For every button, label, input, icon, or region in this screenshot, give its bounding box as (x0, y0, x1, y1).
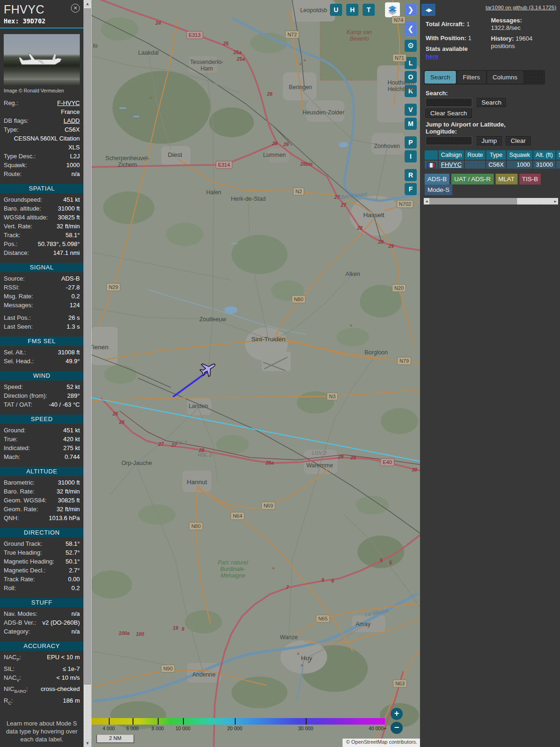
map-button-H[interactable]: H (346, 4, 358, 16)
data-row: Mach:0.744 (4, 452, 80, 461)
data-row: True Heading:52.7° (4, 548, 80, 557)
column-header-Squawk[interactable]: Squawk (507, 150, 532, 160)
data-value: 1000 (30, 161, 80, 169)
map-button-O[interactable]: O (405, 71, 417, 83)
data-value: n/a (40, 609, 80, 618)
data-row: Speed:52 kt (4, 382, 80, 391)
jump-input[interactable] (426, 136, 472, 145)
tab-filters[interactable]: Filters (457, 71, 486, 84)
history-positions: History: 19604 positions (491, 35, 557, 50)
column-header-Type[interactable]: Type (486, 150, 506, 160)
map-button-R[interactable]: R (405, 169, 417, 181)
scroll-up-icon[interactable]: ▲ (84, 0, 91, 7)
route-cell (465, 161, 485, 169)
data-row: Ground:451 kt (4, 426, 80, 435)
section-header-wind: WIND (0, 371, 84, 381)
osm-attribution[interactable]: © OpenStreetMap contributors. (343, 739, 420, 747)
map-button-F[interactable]: F (405, 183, 417, 195)
zoom-out-button[interactable]: − (391, 722, 403, 734)
filter-chip-mlat[interactable]: MLAT (496, 174, 518, 184)
map-button-L[interactable]: L (405, 57, 417, 69)
search-button[interactable]: Search (477, 98, 506, 107)
column-header-Callsign[interactable]: Callsign (439, 150, 464, 160)
data-row: Msg. Rate:0.2 (4, 292, 80, 301)
map-canvas[interactable]: UHT ❯ ❮ ⚙ LOKVMPIRF + − LeopoldsbloKamp … (91, 0, 420, 747)
data-value-link[interactable]: F-HVYC (21, 99, 80, 107)
map-button-P[interactable]: P (405, 136, 417, 148)
filter-chip-modes[interactable]: Mode-S (425, 184, 452, 195)
filter-chip-tisb[interactable]: TIS-B (519, 174, 541, 184)
sidebar-scrollbar[interactable]: ▲ ▼ (84, 0, 91, 747)
data-label: Geom. Rate: (4, 505, 38, 514)
expand-panel-icon[interactable]: ❯ (405, 4, 417, 16)
scroll-down-icon[interactable]: ▼ (84, 740, 91, 747)
altitude-legend (91, 718, 385, 725)
github-link[interactable]: tar1090 on github (3.14.1725) (485, 5, 556, 10)
data-label: Groundspeed: (4, 195, 42, 204)
section-rows: Groundspeed:451 ktBaro. altitude:31000 f… (0, 195, 84, 257)
data-value: 49.9° (36, 357, 80, 366)
data-label: Type: (4, 125, 19, 134)
map-button-M[interactable]: M (405, 118, 417, 130)
scroll-left-icon[interactable]: ◂ (424, 198, 429, 204)
section-header-accuracy: ACCURACY (0, 641, 84, 651)
data-row: Magnetic Heading:50.1° (4, 557, 80, 566)
layers-icon[interactable] (385, 2, 400, 17)
section-rows: Barometric:31000 ftBaro. Rate:32 ft/minG… (0, 478, 84, 522)
map-button-V[interactable]: V (405, 104, 417, 116)
callsign-cell[interactable]: FHVYC (439, 161, 464, 169)
map-button-I[interactable]: I (405, 150, 417, 162)
map-button-K[interactable]: K (405, 85, 417, 97)
data-value: -27.8 (22, 283, 80, 292)
section-rows: Source:ADS-BRSSI:-27.8Msg. Rate:0.2Messa… (0, 274, 84, 331)
panel-width-toggle-icon[interactable]: ◀▶ (421, 4, 435, 16)
tab-columns[interactable]: Columns (487, 71, 523, 84)
section-header-signal: SIGNAL (0, 263, 84, 272)
data-row: Geom. WGS84:30825 ft (4, 496, 80, 505)
scroll-right-icon[interactable]: ▸ (553, 198, 558, 204)
map-button-U[interactable]: U (330, 4, 342, 16)
data-value: 0.2 (36, 292, 80, 301)
data-row: Direction (from):289° (4, 391, 80, 400)
collapse-sidebar-icon[interactable]: ❮ (405, 21, 417, 36)
aircraft-photo[interactable] (4, 34, 80, 86)
data-value: 32 ft/min (41, 505, 80, 514)
data-row: Messages:124 (4, 301, 80, 310)
hscroll-thumb[interactable] (429, 198, 517, 204)
zoom-in-button[interactable]: + (391, 708, 403, 720)
table-row[interactable]: FHVYC C56X100031000 (425, 161, 560, 169)
data-label: Type Desc.: (4, 152, 36, 161)
data-row: SIL:≤ 1e-7 (4, 664, 80, 673)
data-label: Source: (4, 274, 25, 283)
stats-here-link[interactable]: here (426, 53, 438, 60)
clear-search-button[interactable]: Clear Search (426, 109, 472, 118)
filter-chip-adsb[interactable]: ADS-B (425, 174, 449, 184)
close-icon[interactable]: ✕ (71, 4, 80, 13)
aircraft-detail-sidebar: FHVYC ✕ Hex: 39D702 Image © Ronald Verme… (0, 0, 84, 747)
sidebar-scrollbar-thumb[interactable] (84, 8, 91, 684)
data-value: 58.1° (45, 539, 80, 548)
data-value-link[interactable]: LADD (31, 116, 80, 125)
data-label: Pos.: (4, 240, 18, 248)
aircraft-photo-plane (10, 47, 71, 73)
column-header-Route[interactable]: Route (465, 150, 485, 160)
section-header-direction: DIRECTION (0, 528, 84, 537)
data-value: < 10 m/s (24, 673, 80, 685)
column-header-Alt. (ft)[interactable]: Alt. (ft) (533, 150, 555, 160)
data-label: Vert. Rate: (4, 222, 32, 231)
filter-chip-uat[interactable]: UAT / ADS-R (451, 174, 493, 184)
data-row: NACV:< 10 m/s (4, 673, 80, 685)
tab-search[interactable]: Search (425, 71, 456, 84)
gear-icon[interactable]: ⚙ (405, 40, 417, 52)
data-row: RC:186 m (4, 696, 80, 708)
jump-clear-button[interactable]: Clear (506, 136, 530, 145)
jump-button[interactable]: Jump (477, 136, 502, 145)
aircraft-callsign-title: FHVYC (4, 3, 80, 16)
data-label: SIL: (4, 664, 14, 673)
column-header-flag[interactable] (425, 150, 438, 160)
column-header-Spd.[interactable]: Spd. (556, 150, 560, 160)
search-input[interactable] (426, 98, 472, 107)
data-row: Type:C56X (4, 125, 80, 134)
table-horizontal-scrollbar[interactable]: ◂ ▸ (424, 198, 558, 204)
map-button-T[interactable]: T (363, 4, 375, 16)
